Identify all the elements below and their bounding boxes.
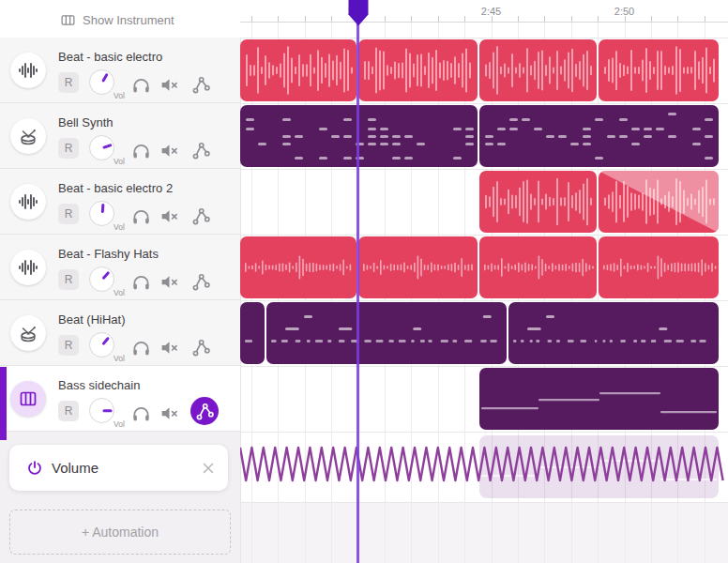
headphones-icon[interactable] — [130, 74, 151, 95]
close-icon[interactable] — [202, 462, 215, 475]
ruler-time-label: 2:50 — [614, 6, 634, 17]
track-header[interactable]: Bell SynthRVol — [0, 103, 240, 169]
piano-keyboard-icon — [60, 12, 76, 28]
automation-parameter-label: Volume — [52, 460, 99, 476]
audio-clip[interactable] — [358, 236, 478, 298]
volume-knob[interactable] — [89, 266, 114, 292]
automation-icon[interactable] — [190, 205, 211, 226]
audio-clip[interactable] — [479, 171, 597, 233]
mute-icon[interactable] — [159, 337, 179, 358]
power-icon[interactable] — [26, 460, 43, 477]
track-header[interactable]: Beat - basic electroRVol — [0, 38, 240, 103]
record-arm-button[interactable]: R — [58, 269, 79, 290]
volume-knob[interactable] — [89, 135, 114, 160]
add-automation-button[interactable]: + Automation — [9, 510, 231, 555]
midi-clip[interactable] — [479, 368, 719, 430]
mute-icon[interactable] — [159, 271, 179, 292]
audio-clip[interactable] — [599, 171, 719, 233]
headphones-icon[interactable] — [130, 403, 151, 423]
track-name: Beat - Flashy Hats — [58, 247, 159, 261]
ruler-baseline — [240, 22, 728, 23]
track-instrument-button[interactable] — [10, 381, 46, 417]
waveform-icon — [18, 191, 38, 212]
knob-vol-label: Vol — [114, 354, 125, 363]
knob-needle — [100, 204, 103, 213]
mute-icon[interactable] — [159, 205, 179, 226]
volume-knob[interactable] — [89, 69, 114, 95]
ghost-note-line — [660, 479, 717, 480]
record-arm-button[interactable]: R — [58, 204, 79, 224]
audio-clip[interactable] — [240, 39, 356, 101]
knob-needle — [102, 409, 112, 412]
automation-parameter-card: Volume — [9, 445, 228, 491]
waveform-icon — [18, 257, 38, 278]
track-name: Bass sidechain — [58, 378, 140, 392]
audio-clip[interactable] — [240, 236, 356, 298]
audio-clip[interactable] — [479, 39, 597, 101]
track-header[interactable]: Beat - Flashy HatsRVol — [0, 235, 240, 300]
headphones-icon[interactable] — [130, 140, 151, 160]
knob-vol-label: Vol — [114, 222, 125, 232]
audio-clip[interactable] — [358, 39, 478, 101]
track-instrument-button[interactable] — [10, 315, 46, 351]
knob-vol-label: Vol — [114, 157, 125, 166]
knob-vol-label: Vol — [114, 288, 125, 297]
volume-knob[interactable] — [89, 398, 114, 423]
midi-clip[interactable] — [479, 105, 719, 167]
daw-editor: Show Instrument 2:402:452:50 Beat - basi… — [0, 0, 728, 563]
knob-vol-label: Vol — [114, 419, 125, 429]
automation-icon[interactable] — [190, 337, 211, 358]
record-arm-button[interactable]: R — [58, 138, 79, 159]
playhead-marker[interactable] — [347, 0, 370, 28]
audio-clip[interactable] — [599, 39, 719, 101]
ghost-note-line — [481, 475, 538, 477]
track-instrument-button[interactable] — [10, 53, 46, 88]
piano-icon — [18, 388, 38, 409]
track-instrument-button[interactable] — [10, 118, 46, 154]
headphones-icon[interactable] — [130, 205, 151, 226]
mute-icon[interactable] — [159, 74, 179, 95]
midi-clip[interactable] — [240, 302, 265, 364]
track-instrument-button[interactable] — [10, 250, 46, 285]
drum-icon — [18, 323, 38, 343]
automation-icon[interactable] — [190, 397, 219, 425]
selected-track-indicator — [0, 367, 7, 440]
midi-clip[interactable] — [266, 302, 507, 364]
knob-needle — [101, 337, 109, 345]
track-instrument-button[interactable] — [10, 184, 46, 220]
headphones-icon[interactable] — [130, 337, 151, 358]
knob-needle — [101, 271, 110, 280]
track-header[interactable]: Beat - basic electro 2RVol — [0, 169, 240, 235]
drum-icon — [18, 126, 38, 146]
volume-knob[interactable] — [89, 332, 114, 358]
track-header[interactable]: Beat (HiHat)RVol — [0, 300, 240, 366]
knob-needle — [102, 144, 112, 149]
playhead-line — [356, 0, 358, 563]
mute-icon[interactable] — [159, 403, 179, 423]
show-instrument-label: Show Instrument — [83, 13, 174, 27]
automation-icon[interactable] — [190, 74, 211, 95]
ghost-note-line — [538, 466, 599, 468]
ghost-note-line — [599, 460, 660, 462]
bottom-area-background — [240, 503, 728, 563]
audio-clip[interactable] — [599, 236, 719, 298]
automation-icon[interactable] — [190, 140, 211, 160]
track-name: Beat (HiHat) — [58, 312, 126, 327]
volume-knob[interactable] — [89, 201, 114, 226]
record-arm-button[interactable]: R — [58, 72, 79, 93]
track-name: Bell Synth — [58, 115, 114, 129]
record-arm-button[interactable]: R — [58, 335, 79, 356]
knob-needle — [101, 73, 108, 83]
waveform-icon — [18, 60, 38, 81]
record-arm-button[interactable]: R — [58, 401, 79, 421]
track-name: Beat - basic electro — [58, 50, 162, 64]
audio-clip[interactable] — [479, 236, 597, 298]
mute-icon[interactable] — [159, 140, 179, 160]
headphones-icon[interactable] — [130, 271, 151, 292]
track-header[interactable]: Bass sidechainRVol — [0, 366, 240, 432]
track-name: Beat - basic electro 2 — [58, 181, 173, 195]
show-instrument-button[interactable]: Show Instrument — [54, 8, 180, 31]
ruler-time-label: 2:45 — [481, 6, 501, 17]
midi-clip[interactable] — [508, 302, 719, 364]
automation-icon[interactable] — [190, 271, 211, 292]
